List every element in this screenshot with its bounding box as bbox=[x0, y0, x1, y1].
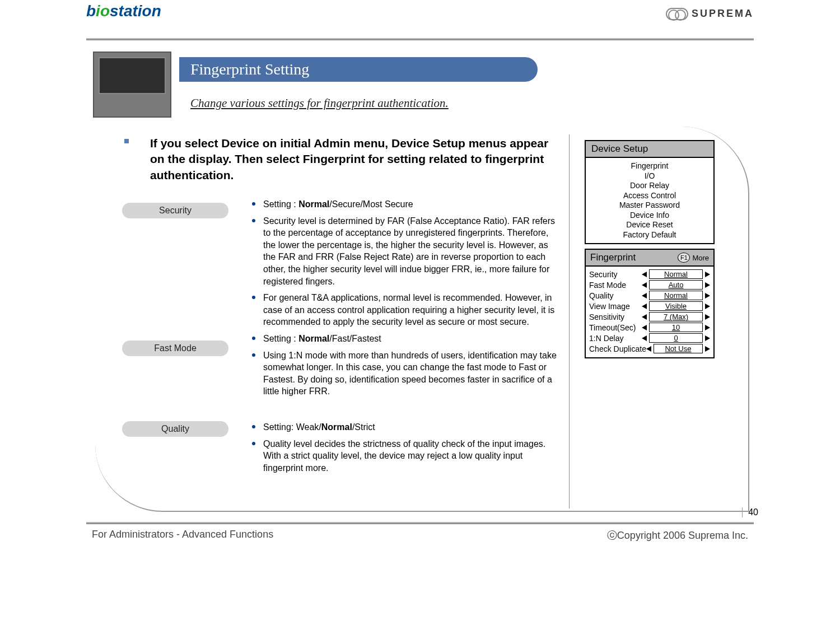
page-subtitle: Change various settings for fingerprint … bbox=[190, 96, 449, 110]
more-button[interactable]: F1 More bbox=[678, 253, 709, 263]
left-arrow-icon[interactable] bbox=[642, 293, 647, 298]
fingerprint-row: Check DuplicateNot Use bbox=[589, 343, 710, 354]
right-arrow-icon[interactable] bbox=[705, 293, 710, 298]
right-arrow-icon[interactable] bbox=[705, 272, 710, 277]
more-label: More bbox=[692, 254, 709, 262]
row-label: Sensitivity bbox=[589, 312, 642, 321]
pill-fast-mode: Fast Mode bbox=[122, 341, 228, 356]
section-security: Setting : Normal/Secure/Most Secure Secu… bbox=[249, 198, 562, 333]
fingerprint-title: Fingerprint bbox=[590, 252, 636, 263]
device-setup-item[interactable]: Device Reset bbox=[586, 220, 713, 230]
biostation-logo: biostation bbox=[86, 2, 161, 20]
device-setup-item[interactable]: Door Relay bbox=[586, 181, 713, 191]
security-desc-2: For general T&A applications, normal lev… bbox=[263, 292, 562, 328]
left-arrow-icon[interactable] bbox=[642, 314, 647, 320]
device-setup-box: Device Setup Fingerprint I/O Door Relay … bbox=[585, 140, 715, 244]
row-label: Security bbox=[589, 270, 642, 279]
suprema-text: SUPREMA bbox=[692, 8, 754, 19]
fastmode-setting-line: Setting : Normal/Fast/Fastest bbox=[263, 333, 562, 345]
page-number: 40 bbox=[742, 507, 758, 517]
header-divider bbox=[86, 38, 754, 40]
section-fast-mode: Setting : Normal/Fast/Fastest Using 1:N … bbox=[249, 333, 562, 402]
row-label: Fast Mode bbox=[589, 281, 642, 290]
fingerprint-row: QualityNormal bbox=[589, 290, 710, 301]
security-desc-1: Security level is determined by FAR (Fal… bbox=[263, 215, 562, 288]
footer-divider bbox=[86, 522, 754, 524]
left-arrow-icon[interactable] bbox=[642, 282, 647, 288]
device-thumbnail bbox=[93, 52, 171, 118]
row-label: Check Duplicate bbox=[589, 344, 646, 353]
row-value[interactable]: Not Use bbox=[654, 344, 703, 353]
device-setup-item[interactable]: Fingerprint bbox=[586, 161, 713, 171]
pill-quality: Quality bbox=[122, 421, 228, 437]
security-setting-line: Setting : Normal/Secure/Most Secure bbox=[263, 198, 562, 211]
row-value[interactable]: 7 (Max) bbox=[649, 312, 703, 321]
device-setup-list: Fingerprint I/O Door Relay Access Contro… bbox=[586, 158, 713, 243]
device-setup-item[interactable]: Access Control bbox=[586, 191, 713, 201]
suprema-logo: SUPREMA bbox=[666, 8, 754, 20]
fingerprint-row: 1:N Delay0 bbox=[589, 333, 710, 343]
right-arrow-icon[interactable] bbox=[705, 304, 710, 309]
row-value[interactable]: 0 bbox=[649, 333, 703, 343]
f1-icon: F1 bbox=[678, 253, 690, 263]
vertical-divider bbox=[569, 134, 570, 509]
fingerprint-row: SecurityNormal bbox=[589, 269, 710, 279]
right-arrow-icon[interactable] bbox=[705, 282, 710, 288]
left-arrow-icon[interactable] bbox=[646, 346, 651, 352]
left-arrow-icon[interactable] bbox=[642, 304, 647, 309]
left-arrow-icon[interactable] bbox=[642, 325, 647, 330]
right-arrow-icon[interactable] bbox=[705, 346, 710, 352]
pill-security: Security bbox=[122, 203, 228, 218]
row-label: Timeout(Sec) bbox=[589, 323, 642, 332]
fingerprint-box: Fingerprint F1 More SecurityNormalFast M… bbox=[585, 249, 715, 358]
device-setup-item[interactable]: Device Info bbox=[586, 211, 713, 221]
device-setup-item[interactable]: I/O bbox=[586, 171, 713, 181]
right-arrow-icon[interactable] bbox=[705, 335, 710, 341]
fingerprint-row: View ImageVisible bbox=[589, 301, 710, 311]
row-value[interactable]: Auto bbox=[649, 280, 703, 290]
page-title: Fingerprint Setting bbox=[179, 57, 538, 82]
row-label: Quality bbox=[589, 291, 642, 300]
section-quality: Setting: Weak/Normal/Strict Quality leve… bbox=[249, 421, 562, 478]
row-value[interactable]: 10 bbox=[649, 323, 703, 332]
quality-desc: Quality level decides the strictness of … bbox=[263, 438, 562, 474]
right-arrow-icon[interactable] bbox=[705, 325, 710, 330]
infinity-icon bbox=[666, 8, 688, 20]
fingerprint-row: Sensitivity7 (Max) bbox=[589, 311, 710, 322]
lead-paragraph: If you select Device on initial Admin me… bbox=[150, 136, 553, 183]
right-arrow-icon[interactable] bbox=[705, 314, 710, 320]
row-value[interactable]: Normal bbox=[649, 291, 703, 300]
device-setup-item[interactable]: Factory Default bbox=[586, 230, 713, 240]
row-label: 1:N Delay bbox=[589, 334, 642, 343]
fingerprint-row: Fast ModeAuto bbox=[589, 279, 710, 290]
left-arrow-icon[interactable] bbox=[642, 335, 647, 341]
fastmode-desc: Using 1:N mode with more than hundreds o… bbox=[263, 349, 562, 398]
left-arrow-icon[interactable] bbox=[642, 272, 647, 277]
fingerprint-row: Timeout(Sec)10 bbox=[589, 322, 710, 333]
row-value[interactable]: Normal bbox=[649, 269, 703, 279]
footer-right: ⓒCopyright 2006 Suprema Inc. bbox=[607, 529, 748, 542]
lead-bullet-icon bbox=[124, 139, 129, 143]
device-setup-item[interactable]: Master Password bbox=[586, 200, 713, 211]
footer-left: For Administrators - Advanced Functions bbox=[92, 529, 273, 540]
quality-setting-line: Setting: Weak/Normal/Strict bbox=[263, 421, 562, 433]
device-setup-title: Device Setup bbox=[586, 141, 713, 158]
row-value[interactable]: Visible bbox=[649, 301, 703, 311]
row-label: View Image bbox=[589, 302, 642, 311]
